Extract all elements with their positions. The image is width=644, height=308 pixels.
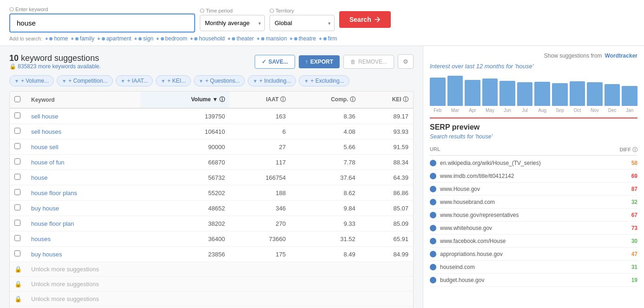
serp-result-row[interactable]: appropriations.house.gov 47 <box>430 248 637 261</box>
serp-result-row[interactable]: www.house.gov/representatives 67 <box>430 209 637 222</box>
row-checkbox-cell[interactable] <box>10 185 26 201</box>
keyword-cell[interactable]: house floor plan <box>26 216 140 231</box>
tag-household[interactable]: household <box>190 35 225 42</box>
serp-url[interactable]: www.facebook.com/House <box>440 238 506 244</box>
serp-url[interactable]: houseind.com <box>440 264 475 270</box>
row-checkbox[interactable] <box>14 189 20 195</box>
keyword-link[interactable]: sell houses <box>31 128 61 135</box>
serp-result-row[interactable]: houseind.com 31 <box>430 261 637 274</box>
row-checkbox-cell[interactable] <box>10 231 26 247</box>
serp-result-row[interactable]: www.housebrand.com 32 <box>430 196 637 209</box>
export-button[interactable]: ↑ EXPORT <box>299 55 340 68</box>
keyword-input[interactable] <box>9 13 195 33</box>
row-checkbox-cell[interactable] <box>10 139 26 155</box>
serp-result-row[interactable]: www.whitehouse.gov 73 <box>430 222 637 235</box>
keyword-cell[interactable]: houses <box>26 231 140 247</box>
serp-result-row[interactable]: en.wikipedia.org/wiki/House_(TV_series) … <box>430 157 637 170</box>
unlock-text[interactable]: Unlock more suggestions <box>26 307 413 308</box>
filter-including[interactable]: ▼ + Including... <box>248 75 296 86</box>
time-period-select[interactable]: Monthly average Daily average <box>200 15 265 31</box>
tag-theater[interactable]: theater <box>228 35 254 42</box>
tag-sign[interactable]: sign <box>134 35 153 42</box>
remove-button[interactable]: 🗑 REMOVE... <box>343 55 394 69</box>
filter-iaat[interactable]: ▼ + IAAT... <box>116 75 153 86</box>
tag-mansion[interactable]: mansion <box>257 35 287 42</box>
keyword-link[interactable]: sell house <box>31 113 59 120</box>
unlock-text[interactable]: Unlock more suggestions <box>26 277 413 292</box>
row-checkbox-cell[interactable] <box>10 216 26 231</box>
keyword-link[interactable]: buy houses <box>31 251 62 258</box>
serp-url[interactable]: www.housebrand.com <box>440 199 495 205</box>
row-checkbox-cell[interactable] <box>10 155 26 170</box>
col-kei[interactable]: KEI ⓘ <box>360 92 413 108</box>
locked-table-row[interactable]: 🔒 Unlock more suggestions <box>10 262 413 277</box>
row-checkbox[interactable] <box>14 204 20 210</box>
tag-firm[interactable]: firm <box>319 35 337 42</box>
serp-url[interactable]: en.wikipedia.org/wiki/House_(TV_series) <box>440 160 541 166</box>
filter-kei[interactable]: ▼ + KEI... <box>156 75 191 86</box>
tag-theatre[interactable]: theatre <box>289 35 316 42</box>
filter-volume[interactable]: ▼ + Volume... <box>9 75 54 86</box>
row-checkbox[interactable] <box>14 128 20 134</box>
row-checkbox[interactable] <box>14 112 20 118</box>
keyword-link[interactable]: buy house <box>31 205 59 212</box>
select-all-checkbox[interactable] <box>14 96 20 102</box>
col-volume[interactable]: Volume ▼ ⓘ <box>140 92 230 108</box>
keyword-cell[interactable]: buy house <box>26 201 140 216</box>
row-checkbox[interactable] <box>14 250 20 256</box>
serp-url[interactable]: www.house.gov/representatives <box>440 212 519 218</box>
col-iaat[interactable]: IAAT ⓘ <box>230 92 290 108</box>
serp-result-row[interactable]: www.imdb.com/title/tt0412142 69 <box>430 170 637 183</box>
row-checkbox[interactable] <box>14 235 20 241</box>
serp-result-row[interactable]: www.facebook.com/House 30 <box>430 235 637 248</box>
locked-table-row[interactable]: 🔒 Unlock more suggestions <box>10 292 413 307</box>
settings-icon-button[interactable]: ⚙ <box>398 54 414 69</box>
locked-table-row[interactable]: 🔒 Unlock more suggestions <box>10 307 413 308</box>
serp-result-row[interactable]: budget.house.gov 19 <box>430 274 637 287</box>
col-comp[interactable]: Comp. ⓘ <box>290 92 360 108</box>
unlock-text[interactable]: Unlock more suggestions <box>26 262 413 277</box>
keyword-link[interactable]: house <box>31 174 47 181</box>
territory-select[interactable]: Global United States United Kingdom <box>269 15 335 31</box>
serp-url[interactable]: www.whitehouse.gov <box>440 225 492 231</box>
serp-url[interactable]: appropriations.house.gov <box>440 251 503 257</box>
keyword-link[interactable]: house floor plan <box>31 220 74 227</box>
keyword-link[interactable]: house of fun <box>31 159 65 166</box>
filter-excluding[interactable]: ▼ + Excluding... <box>299 75 349 86</box>
row-checkbox[interactable] <box>14 220 20 226</box>
save-button[interactable]: ✓ SAVE... <box>255 55 295 69</box>
serp-result-row[interactable]: www.House.gov 87 <box>430 183 637 196</box>
tag-apartment[interactable]: apartment <box>97 35 131 42</box>
locked-table-row[interactable]: 🔒 Unlock more suggestions <box>10 277 413 292</box>
row-checkbox[interactable] <box>14 174 20 180</box>
unlock-text[interactable]: Unlock more suggestions <box>26 292 413 307</box>
keyword-cell[interactable]: house <box>26 170 140 185</box>
keyword-cell[interactable]: house sell <box>26 139 140 155</box>
row-checkbox-cell[interactable] <box>10 247 26 262</box>
tag-family[interactable]: family <box>71 35 94 42</box>
keyword-cell[interactable]: sell house <box>26 108 140 124</box>
row-checkbox-cell[interactable] <box>10 201 26 216</box>
serp-url[interactable]: budget.house.gov <box>440 277 484 283</box>
keyword-cell[interactable]: sell houses <box>26 124 140 139</box>
select-all-header[interactable] <box>10 92 26 108</box>
tag-bedroom[interactable]: bedroom <box>156 35 187 42</box>
wordtracker-link[interactable]: Wordtracker <box>605 52 637 59</box>
keyword-link[interactable]: house floor plans <box>31 190 77 197</box>
keyword-cell[interactable]: house floor plans <box>26 185 140 201</box>
keyword-cell[interactable]: house of fun <box>26 155 140 170</box>
search-button[interactable]: Search <box>339 11 391 28</box>
row-checkbox[interactable] <box>14 158 20 164</box>
serp-url[interactable]: www.imdb.com/title/tt0412142 <box>440 173 514 179</box>
keyword-cell[interactable]: buy houses <box>26 247 140 262</box>
keyword-link[interactable]: houses <box>31 236 51 242</box>
row-checkbox[interactable] <box>14 143 20 149</box>
filter-competition[interactable]: ▼ + Competition... <box>57 75 112 86</box>
available-count[interactable]: 🔒 835823 more keywords available. <box>9 63 101 70</box>
keyword-link[interactable]: house sell <box>31 144 59 151</box>
serp-url[interactable]: www.House.gov <box>440 186 480 192</box>
tag-home[interactable]: home <box>45 35 68 42</box>
row-checkbox-cell[interactable] <box>10 124 26 139</box>
filter-questions[interactable]: ▼ + Questions... <box>194 75 245 86</box>
row-checkbox-cell[interactable] <box>10 108 26 124</box>
